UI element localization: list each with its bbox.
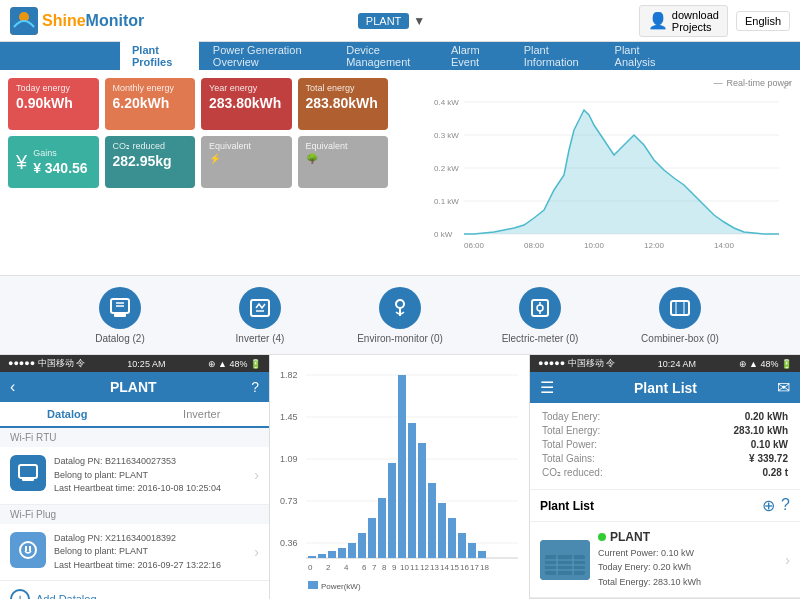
plant-list-section-label: Plant List xyxy=(540,499,594,513)
eq1-label: Equivalent xyxy=(209,141,284,151)
svg-text:0: 0 xyxy=(308,563,313,572)
environ-icon xyxy=(379,287,421,329)
inverter-icon xyxy=(239,287,281,329)
middle-chart: 1.82 1.45 1.09 0.73 0.36 xyxy=(270,355,530,599)
svg-text:15: 15 xyxy=(450,563,459,572)
device-datalog[interactable]: Datalog (2) xyxy=(50,279,190,352)
mobile-panel-right: ●●●●● 中国移动 令 10:24 AM ⊕ ▲ 48% 🔋 ☰ Plant … xyxy=(530,355,800,599)
nav-plant[interactable]: PLANT ▼ xyxy=(358,13,425,29)
tabs-bar: Plant Profiles Power Generation Overview… xyxy=(0,42,800,70)
mobile-title-left: PLANT xyxy=(110,379,157,395)
user-button[interactable]: 👤 downloadProjects xyxy=(639,5,728,37)
svg-point-33 xyxy=(20,542,36,558)
device1-plant: Belong to plant: PLANT xyxy=(54,469,246,483)
plant-item-1[interactable]: PLANT Current Power: 0.10 kW Today Enery… xyxy=(530,522,800,598)
svg-rect-81 xyxy=(308,581,318,589)
lang-button[interactable]: English xyxy=(736,11,790,31)
svg-rect-52 xyxy=(358,533,366,558)
svg-text:9: 9 xyxy=(392,563,397,572)
co2-value: 282.95kg xyxy=(113,153,188,169)
svg-text:0.3 kW: 0.3 kW xyxy=(434,131,459,140)
info-button[interactable]: ? xyxy=(251,379,259,395)
plant-name: PLANT xyxy=(610,530,650,544)
svg-text:0.2 kW: 0.2 kW xyxy=(434,164,459,173)
today-energy-card: Today energy 0.90kWh xyxy=(8,78,99,130)
stats-panel: Today energy 0.90kWh Monthly energy 6.20… xyxy=(8,78,388,267)
plant-thumbnail xyxy=(540,540,590,580)
tab-plant-info[interactable]: Plant Information xyxy=(512,40,601,72)
device-item-1[interactable]: Datalog PN: B2116340027353 Belong to pla… xyxy=(0,447,269,505)
svg-rect-55 xyxy=(388,463,396,558)
svg-text:0.36: 0.36 xyxy=(280,538,298,548)
tab-plant-analysis[interactable]: Plant Analysis xyxy=(603,40,680,72)
tab-datalog[interactable]: Datalog xyxy=(0,402,135,428)
mobile-content: Wi-Fi RTU Datalog PN: B2116340027353 Bel… xyxy=(0,428,269,599)
tab-plant-profiles[interactable]: Plant Profiles xyxy=(120,40,199,72)
device-info-1: Datalog PN: B2116340027353 Belong to pla… xyxy=(54,455,246,496)
add-datalog-button[interactable]: + Add Datalog xyxy=(0,581,269,599)
device-inverter[interactable]: Inverter (4) xyxy=(190,279,330,352)
tab-device-mgmt[interactable]: Device Management xyxy=(334,40,437,72)
mail-icon[interactable]: ✉ xyxy=(777,378,790,397)
svg-rect-60 xyxy=(438,503,446,558)
status-left-1: ●●●●● 中国移动 令 xyxy=(8,357,85,370)
total-energy-label: Total Energy: xyxy=(542,425,600,436)
meter-label: Electric-meter (0) xyxy=(502,333,579,344)
datalog-icon xyxy=(99,287,141,329)
svg-rect-62 xyxy=(458,533,466,558)
plant-total: Total Energy: 283.10 kWh xyxy=(598,575,777,589)
chart-expand-icon[interactable]: ⤢ xyxy=(782,78,792,92)
tab-inverter[interactable]: Inverter xyxy=(135,402,270,426)
plant-label: PLANT xyxy=(358,13,409,29)
help-icon[interactable]: ? xyxy=(781,496,790,515)
plant-name-row: PLANT xyxy=(598,530,777,544)
gains-card: ¥ Gains ¥ 340.56 xyxy=(8,136,99,188)
bar-chart: 1.82 1.45 1.09 0.73 0.36 xyxy=(278,363,522,593)
device-icon-2 xyxy=(10,532,46,568)
today-energy-label: Today energy xyxy=(16,83,91,93)
total-energy-value: 283.10 kWh xyxy=(734,425,788,436)
environ-label: Environ-monitor (0) xyxy=(357,333,443,344)
device-environ[interactable]: Environ-monitor (0) xyxy=(330,279,470,352)
tab-alarm-event[interactable]: Alarm Event xyxy=(439,40,510,72)
status-left-2: ●●●●● 中国移动 令 xyxy=(538,357,615,370)
stat-row-today: Today Enery: 0.20 kWh xyxy=(542,411,788,422)
co2-value-r: 0.28 t xyxy=(762,467,788,478)
device-meter[interactable]: Electric-meter (0) xyxy=(470,279,610,352)
mobile-tabs: Datalog Inverter xyxy=(0,402,269,428)
combiner-label: Combiner-box (0) xyxy=(641,333,719,344)
svg-rect-61 xyxy=(448,518,456,558)
realtime-chart: 0.4 kW 0.3 kW 0.2 kW 0.1 kW 0 kW 06:00 0… xyxy=(396,90,792,255)
devices-row: Datalog (2) Inverter (4) Environ-monitor… xyxy=(0,275,800,355)
device-info-2: Datalog PN: X2116340018392 Belong to pla… xyxy=(54,532,246,573)
svg-text:1.09: 1.09 xyxy=(280,454,298,464)
total-energy-card: Total energy 283.80kWh xyxy=(298,78,389,130)
plant-list-header: ☰ Plant List ✉ xyxy=(530,372,800,403)
today-value: 0.20 kWh xyxy=(745,411,788,422)
device2-pn: Datalog PN: X2116340018392 xyxy=(54,532,246,546)
stat-row-co2: CO₂ reduced: 0.28 t xyxy=(542,467,788,478)
meter-icon xyxy=(519,287,561,329)
svg-text:11: 11 xyxy=(410,563,419,572)
status-right-2: ⊕ ▲ 48% 🔋 xyxy=(739,359,792,369)
plant-stats: Today Enery: 0.20 kWh Total Energy: 283.… xyxy=(530,403,800,490)
device2-plant: Belong to plant: PLANT xyxy=(54,545,246,559)
device-item-2[interactable]: Datalog PN: X2116340018392 Belong to pla… xyxy=(0,524,269,582)
svg-text:12:00: 12:00 xyxy=(644,241,665,250)
add-plant-icon[interactable]: ⊕ xyxy=(762,496,775,515)
device-combiner[interactable]: Combiner-box (0) xyxy=(610,279,750,352)
gains-label: Gains xyxy=(33,148,88,158)
svg-text:1.45: 1.45 xyxy=(280,412,298,422)
svg-text:18: 18 xyxy=(480,563,489,572)
plant-today: Today Enery: 0.20 kWh xyxy=(598,560,777,574)
datalog-label: Datalog (2) xyxy=(95,333,144,344)
stat-row-total-energy: Total Energy: 283.10 kWh xyxy=(542,425,788,436)
gains-label-r: Total Gains: xyxy=(542,453,595,464)
svg-rect-54 xyxy=(378,498,386,558)
svg-text:12: 12 xyxy=(420,563,429,572)
equivalent-card2: Equivalent 🌳 xyxy=(298,136,389,188)
hamburger-icon[interactable]: ☰ xyxy=(540,378,554,397)
back-button[interactable]: ‹ xyxy=(10,378,15,396)
svg-rect-49 xyxy=(328,551,336,558)
tab-power-gen[interactable]: Power Generation Overview xyxy=(201,40,332,72)
